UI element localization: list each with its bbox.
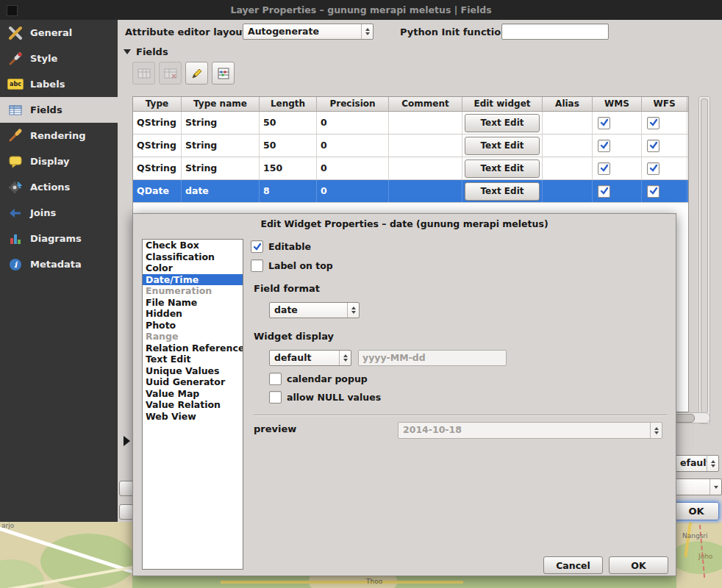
wms-checkbox[interactable]	[598, 185, 610, 198]
metadata-icon: i	[7, 257, 24, 273]
cell-precision: 0	[317, 180, 389, 202]
field-format-heading: Field format	[254, 283, 320, 294]
vertical-scrollbar[interactable]	[698, 96, 710, 424]
python-init-input[interactable]	[501, 24, 609, 40]
wfs-checkbox[interactable]	[647, 185, 660, 198]
widget-type-list[interactable]: Check Box Classification Color Date/Time…	[142, 239, 243, 570]
sidebar-item-fields[interactable]: Fields	[0, 97, 118, 123]
wfs-checkbox[interactable]	[647, 140, 660, 152]
wfs-checkbox[interactable]	[647, 117, 660, 129]
cell-length: 50	[260, 135, 317, 157]
widget-type-item[interactable]: Value Relation	[143, 399, 243, 411]
general-icon	[7, 25, 24, 41]
widget-type-item[interactable]: Text Edit	[143, 354, 243, 365]
map-label: arjo	[1, 522, 14, 529]
widget-type-item[interactable]: Hidden	[143, 308, 243, 320]
separator	[254, 415, 667, 416]
sidebar-item-metadata[interactable]: i Metadata	[0, 251, 118, 277]
dropdown-fragment[interactable]	[675, 478, 722, 495]
vertical-scrollbar-thumb[interactable]	[701, 98, 708, 413]
column-header-alias[interactable]: Alias	[543, 97, 593, 111]
cancel-button[interactable]: Cancel	[543, 556, 603, 574]
fields-group-expander[interactable]: Fields	[124, 46, 168, 57]
label-on-top-checkbox[interactable]	[251, 259, 263, 272]
widget-type-item[interactable]: Uuid Generator	[143, 376, 243, 388]
field-format-combo[interactable]: date	[269, 302, 360, 318]
collapse-handle-icon[interactable]	[124, 436, 130, 446]
field-row-selected[interactable]: QDate date 8 0 Text Edit	[133, 180, 688, 203]
sidebar-item-label: Metadata	[30, 259, 82, 270]
column-header-type[interactable]: Type	[133, 97, 182, 111]
layer-properties-ok-button[interactable]: OK	[673, 502, 719, 520]
cell-wfs	[642, 112, 687, 134]
combo-value: efault	[676, 456, 707, 471]
map-road	[221, 581, 463, 584]
column-header-type-name[interactable]: Type name	[182, 97, 260, 111]
fields-toolbar	[132, 62, 235, 85]
sidebar-item-rendering[interactable]: Rendering	[0, 123, 118, 148]
combo-value: default	[270, 351, 339, 365]
field-row[interactable]: QString String 50 0 Text Edit	[133, 135, 688, 157]
cell-wms	[593, 135, 642, 157]
calendar-popup-checkbox[interactable]	[269, 373, 282, 385]
text-edit-button[interactable]: Text Edit	[465, 137, 540, 155]
column-header-wms[interactable]: WMS	[593, 97, 642, 111]
text-edit-button[interactable]: Text Edit	[465, 114, 540, 132]
text-edit-button[interactable]: Text Edit	[465, 182, 540, 201]
widget-display-combo[interactable]: default	[269, 350, 351, 366]
sidebar-item-diagrams[interactable]: Diagrams	[0, 226, 118, 251]
display-format-field: yyyy-MM-dd	[358, 350, 507, 366]
window-menu-icon[interactable]	[7, 5, 18, 16]
cell-type: QDate	[133, 180, 182, 202]
widget-type-item[interactable]: Photo	[143, 320, 243, 331]
text-edit-button[interactable]: Text Edit	[465, 159, 540, 178]
sidebar-item-general[interactable]: General	[0, 20, 118, 46]
ok-button[interactable]: OK	[609, 556, 668, 574]
widget-type-item[interactable]: Check Box	[143, 240, 243, 251]
wfs-checkbox[interactable]	[647, 162, 660, 175]
wms-checkbox[interactable]	[598, 162, 610, 175]
sidebar-item-joins[interactable]: Joins	[0, 200, 118, 226]
cell-wms	[593, 157, 642, 179]
column-header-length[interactable]: Length	[260, 97, 317, 111]
field-calculator-button[interactable]	[212, 62, 235, 85]
sidebar-item-display[interactable]: Display	[0, 148, 118, 174]
editable-checkbox[interactable]	[251, 240, 263, 253]
widget-type-item-selected[interactable]: Date/Time	[143, 274, 243, 286]
column-header-edit-widget[interactable]: Edit widget	[462, 97, 543, 111]
sidebar-item-label: Labels	[30, 79, 65, 90]
widget-type-item[interactable]: Unique Values	[143, 365, 243, 377]
sidebar-item-labels[interactable]: abc Labels	[0, 71, 118, 97]
column-header-comment[interactable]: Comment	[389, 97, 462, 111]
sidebar-item-label: Actions	[30, 182, 70, 193]
toggle-editing-button[interactable]	[185, 62, 208, 85]
allow-null-checkbox[interactable]	[269, 391, 282, 404]
attribute-editor-layout-combo[interactable]: Autogenerate	[243, 24, 373, 40]
delete-column-button[interactable]	[159, 62, 182, 85]
combo-arrows-icon	[707, 456, 718, 471]
widget-type-item[interactable]: Classification	[143, 251, 243, 263]
widget-type-item[interactable]: Color	[143, 262, 243, 274]
wms-checkbox[interactable]	[598, 117, 610, 129]
cell-precision: 0	[317, 135, 389, 157]
field-row[interactable]: QString String 150 0 Text Edit	[133, 157, 688, 180]
widget-type-item[interactable]: Value Map	[143, 388, 243, 400]
cell-alias	[543, 112, 593, 134]
column-header-wfs[interactable]: WFS	[642, 97, 687, 111]
cell-type-name: String	[182, 157, 260, 179]
widget-type-item[interactable]: Web View	[143, 411, 243, 423]
widget-type-item[interactable]: Relation Reference	[143, 343, 243, 354]
combo-arrows-icon	[347, 303, 359, 318]
sidebar-item-actions[interactable]: Actions	[0, 174, 118, 200]
sidebar-item-style[interactable]: Style	[0, 46, 118, 71]
horizontal-scrollbar-thumb[interactable]	[674, 414, 695, 423]
sidebar-item-label: Rendering	[30, 130, 86, 141]
new-column-button[interactable]	[132, 62, 155, 85]
titlebar[interactable]: Layer Properties – gunung merapi meletus…	[0, 0, 722, 20]
wms-checkbox[interactable]	[598, 140, 610, 152]
column-header-precision[interactable]: Precision	[317, 97, 389, 111]
field-row[interactable]: QString String 50 0 Text Edit	[133, 112, 688, 135]
cell-type-name: date	[182, 180, 260, 202]
style-preset-combo-fragment[interactable]: efault	[675, 455, 719, 472]
widget-type-item[interactable]: File Name	[143, 297, 243, 309]
